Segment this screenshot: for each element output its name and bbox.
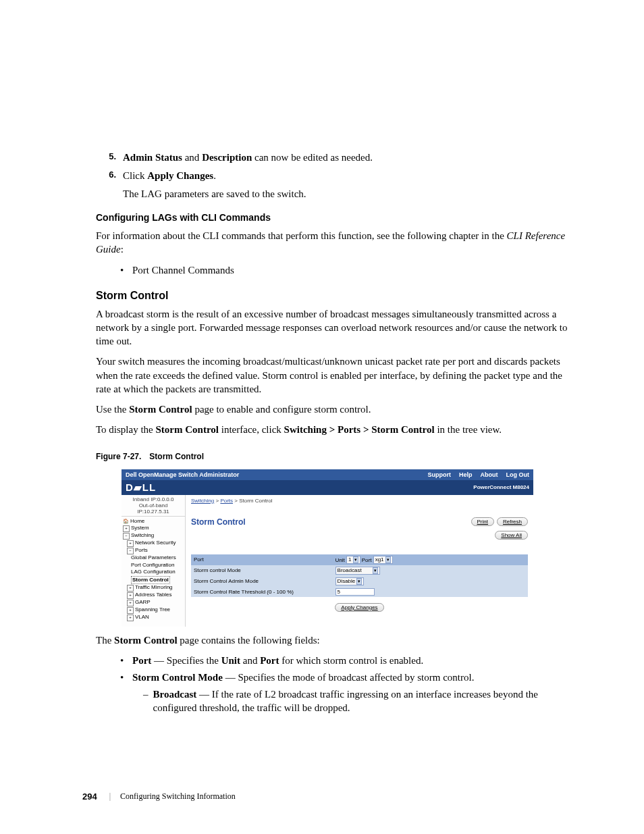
table-row: Port Unit 1▾ Port xg1▾: [191, 554, 528, 565]
chevron-down-icon: ▾: [356, 578, 362, 585]
tree-ports[interactable]: −Ports: [127, 547, 184, 554]
bullet-icon: •: [120, 654, 132, 668]
bullet-text: Port Channel Commands: [132, 263, 234, 278]
brand-bar: D▰LL PowerConnect M8024: [122, 480, 533, 495]
app-title: Dell OpenManage Switch Administrator: [126, 471, 239, 478]
dell-logo: D▰LL: [126, 481, 156, 494]
bullet-icon: •: [120, 263, 132, 278]
tree-address-tables[interactable]: +Address Tables: [127, 592, 184, 599]
field-port-bullet: • Port — Specifies the Unit and Port for…: [120, 654, 576, 668]
chevron-down-icon: ▾: [373, 567, 378, 574]
title-row: Storm Control Print Refresh: [191, 517, 528, 527]
cell-port-selectors: Unit 1▾ Port xg1▾: [333, 554, 528, 565]
mode-select[interactable]: Broadcast▾: [336, 567, 380, 575]
footer-title: Configuring Switching Information: [120, 791, 236, 802]
bullet-icon: •: [120, 671, 132, 685]
port-select[interactable]: xg1▾: [373, 556, 393, 564]
tree-port-configuration[interactable]: Port Configuration: [131, 562, 184, 569]
chevron-down-icon: ▾: [385, 556, 391, 563]
figure-caption: Figure 7-27.Storm Control: [96, 452, 576, 461]
storm-p4: To display the Storm Control interface, …: [96, 423, 576, 436]
nav-tree: Inband IP:0.0.0.0 Out-of-band IP:10.27.5…: [122, 495, 186, 627]
step-6-followup: The LAG parameters are saved to the swit…: [123, 187, 576, 201]
step-number: 5.: [96, 151, 116, 165]
cli-bullet: • Port Channel Commands: [120, 263, 576, 278]
page: 5. Admin Status and Description can now …: [0, 0, 644, 834]
ip-box: Inband IP:0.0.0.0 Out-of-band IP:10.27.5…: [122, 495, 185, 517]
step-text: Admin Status and Description can now be …: [123, 151, 576, 165]
cell-port-label: Port: [191, 554, 333, 565]
bullet-text: Port — Specifies the Unit and Port for w…: [132, 654, 423, 668]
tree-items: Home +System −Switching +Network Securit…: [122, 517, 185, 623]
broadcast-subbullet: – Broadcast — If the rate of L2 broadcas…: [143, 687, 576, 715]
breadcrumb: Switching > Ports > Storm Control: [191, 498, 528, 504]
help-link[interactable]: Help: [459, 471, 473, 478]
table-row: Storm Control Rate Threshold (0 - 100 %)…: [191, 587, 528, 597]
show-all-button[interactable]: Show All: [495, 531, 528, 540]
admin-mode-select[interactable]: Disable▾: [336, 577, 365, 585]
logout-link[interactable]: Log Out: [506, 471, 530, 478]
after-figure-para: The Storm Control page contains the foll…: [96, 633, 576, 647]
cell-threshold-label: Storm Control Rate Threshold (0 - 100 %): [191, 587, 333, 597]
cli-subheading: Configuring LAGs with CLI Commands: [96, 212, 576, 223]
print-button[interactable]: Print: [471, 517, 494, 526]
screenshot-body: Inband IP:0.0.0.0 Out-of-band IP:10.27.5…: [122, 495, 533, 627]
chevron-down-icon: ▾: [353, 556, 358, 563]
table-row: Storm control Mode Broadcast▾: [191, 565, 528, 576]
step-5: 5. Admin Status and Description can now …: [96, 151, 576, 165]
topbar: Dell OpenManage Switch Administrator Sup…: [122, 469, 533, 480]
tree-switching[interactable]: −Switching: [123, 532, 184, 540]
field-mode-bullet: • Storm Control Mode — Specifies the mod…: [120, 671, 576, 685]
storm-p3: Use the Storm Control page to enable and…: [96, 402, 576, 416]
tree-lag-configuration[interactable]: LAG Configuration: [131, 569, 184, 575]
model-label: PowerConnect M8024: [473, 484, 529, 490]
tree-garp[interactable]: +GARP: [127, 599, 184, 606]
threshold-input[interactable]: 5: [336, 588, 375, 596]
tree-traffic-mirroring[interactable]: +Traffic Mirroring: [127, 584, 184, 592]
support-link[interactable]: Support: [427, 471, 451, 478]
cell-mode-label: Storm control Mode: [191, 565, 333, 576]
refresh-button[interactable]: Refresh: [497, 517, 528, 526]
bullet-text: Storm Control Mode — Specifies the mode …: [132, 671, 474, 685]
apply-changes-button[interactable]: Apply Changes: [335, 603, 383, 612]
storm-control-heading: Storm Control: [96, 290, 576, 302]
tree-network-security[interactable]: +Network Security: [127, 540, 184, 547]
settings-table: Port Unit 1▾ Port xg1▾ Storm control Mod…: [191, 554, 528, 597]
about-link[interactable]: About: [481, 471, 498, 478]
page-number: 294: [82, 791, 97, 802]
step-6: 6. Click Apply Changes.: [96, 169, 576, 183]
main-panel: Switching > Ports > Storm Control Storm …: [186, 495, 533, 627]
tree-system[interactable]: +System: [123, 525, 184, 532]
page-footer: 294 | Configuring Switching Information: [82, 791, 236, 802]
tree-vlan[interactable]: +VLAN: [127, 614, 184, 621]
cell-admin-label: Storm Control Admin Mode: [191, 576, 333, 587]
apply-row: Apply Changes: [191, 604, 528, 610]
storm-p1: A broadcast storm is the result of an ex…: [96, 307, 576, 348]
tree-home[interactable]: Home: [123, 518, 184, 525]
crumb-switching[interactable]: Switching: [191, 498, 214, 504]
crumb-ports[interactable]: Ports: [220, 498, 233, 504]
tree-storm-control[interactable]: Storm Control: [131, 576, 184, 584]
tree-spanning-tree[interactable]: +Spanning Tree: [127, 606, 184, 614]
cli-paragraph: For information about the CLI commands t…: [96, 229, 576, 257]
storm-p2: Your switch measures the incoming broadc…: [96, 355, 576, 396]
step-number: 6.: [96, 169, 116, 183]
dash-icon: –: [143, 687, 153, 715]
screenshot-figure: Dell OpenManage Switch Administrator Sup…: [122, 469, 533, 627]
unit-select[interactable]: 1▾: [346, 556, 360, 564]
step-text: Click Apply Changes.: [123, 169, 576, 183]
tree-global-parameters[interactable]: Global Parameters: [131, 554, 184, 561]
dash-text: Broadcast — If the rate of L2 broadcast …: [153, 687, 576, 715]
panel-title: Storm Control: [191, 517, 246, 527]
table-row: Storm Control Admin Mode Disable▾: [191, 576, 528, 587]
footer-separator: |: [109, 791, 111, 802]
